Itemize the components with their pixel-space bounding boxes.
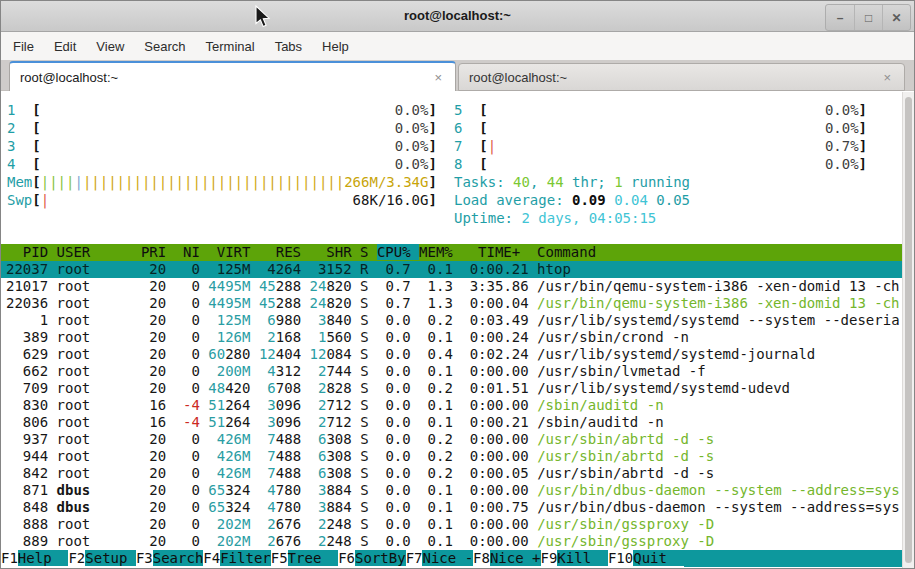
- fkey-f10[interactable]: F10Quit: [608, 550, 684, 567]
- column-header-res[interactable]: RES: [259, 244, 310, 260]
- tab-label: root@localhost:~: [20, 70, 118, 85]
- fkey-f5[interactable]: F5Tree: [271, 550, 338, 567]
- uptime: Uptime: 2 days, 04:05:15: [454, 209, 867, 227]
- fkey-number: F9: [541, 550, 558, 566]
- menu-item-terminal[interactable]: Terminal: [196, 35, 265, 58]
- cpu-meter-6: 6 [ 0.0%]: [454, 119, 867, 137]
- cpu-meter-4: 4 [ 0.0%]: [7, 155, 437, 173]
- column-header-pid[interactable]: PID: [6, 244, 57, 260]
- fkey-f6[interactable]: F6SortBy: [338, 550, 405, 567]
- fkey-number: F8: [473, 550, 490, 566]
- terminal-screen[interactable]: 1 [ 0.0%]2 [ 0.0%]3 [ 0.0%]4 [ 0: [1, 92, 914, 568]
- function-key-bar: F1Help F2Setup F3SearchF4FilterF5Tree F6…: [1, 550, 902, 567]
- process-row-21017[interactable]: 21017 root 20 0 4495M 45288 24820 S 0.7 …: [1, 278, 902, 295]
- fkey-number: F6: [338, 550, 355, 566]
- column-header-pri[interactable]: PRI: [141, 244, 175, 260]
- fkey-f8[interactable]: F8Nice +: [473, 550, 540, 567]
- window-title: root@localhost:~: [1, 8, 914, 23]
- process-row-830[interactable]: 830 root 16 -4 51264 3096 2712 S 0.0 0.1…: [1, 397, 902, 414]
- cpu-meter-1: 1 [ 0.0%]: [7, 101, 437, 119]
- terminal-tab-2[interactable]: root@localhost:~×: [458, 63, 905, 91]
- fkey-label: Nice -: [422, 550, 473, 566]
- menu-item-tabs[interactable]: Tabs: [265, 35, 312, 58]
- load-average: Load average: 0.09 0.04 0.05: [454, 191, 867, 209]
- column-header-virt[interactable]: VIRT: [208, 244, 259, 260]
- process-table-header[interactable]: PID USER PRI NI VIRT RES SHR S CPU% MEM%…: [1, 244, 902, 261]
- title-bar[interactable]: root@localhost:~ –□✕: [1, 1, 914, 32]
- htop-meters-right: 5 [ 0.0%]6 [ 0.0%]7 [| 0.7%]8 [ 0.0%]Tas…: [454, 101, 867, 227]
- fkey-f1[interactable]: F1Help: [1, 550, 68, 567]
- fkey-number: F1: [1, 550, 18, 566]
- fkey-number: F2: [68, 550, 85, 566]
- process-row-848[interactable]: 848 dbus 20 0 65324 4780 3884 S 0.0 0.1 …: [1, 499, 902, 516]
- process-row-944[interactable]: 944 root 20 0 426M 7488 6308 S 0.0 0.2 0…: [1, 448, 902, 465]
- column-header-s[interactable]: S: [360, 244, 377, 260]
- menu-item-file[interactable]: File: [3, 35, 44, 58]
- swp-meter: Swp[| 68K/16.0G]: [7, 191, 437, 209]
- htop-meters-left: 1 [ 0.0%]2 [ 0.0%]3 [ 0.0%]4 [ 0: [7, 101, 437, 209]
- process-row-22036[interactable]: 22036 root 20 0 4495M 45288 24820 S 0.7 …: [1, 295, 902, 312]
- process-rows: 22037 root 20 0 125M 4264 3152 R 0.7 0.1…: [1, 261, 902, 550]
- scrollbar[interactable]: [902, 92, 914, 568]
- cpu-meter-2: 2 [ 0.0%]: [7, 119, 437, 137]
- tasks-summary: Tasks: 40, 44 thr; 1 running: [454, 173, 867, 191]
- process-row-709[interactable]: 709 root 20 0 48420 6708 2828 S 0.0 0.2 …: [1, 380, 902, 397]
- fkey-f9[interactable]: F9Kill: [541, 550, 608, 567]
- fkey-label: Kill: [557, 550, 608, 566]
- column-header-time+[interactable]: TIME+: [461, 244, 537, 260]
- mem-meter: Mem[||||||||||||||||||||||||||||||||||||…: [7, 173, 437, 191]
- fkey-bar-fill: [684, 550, 902, 567]
- process-row-662[interactable]: 662 root 20 0 200M 4312 2744 S 0.0 0.1 0…: [1, 363, 902, 380]
- terminal-window: root@localhost:~ –□✕ FileEditViewSearchT…: [0, 0, 915, 569]
- tab-close-icon[interactable]: ×: [431, 70, 445, 85]
- process-row-389[interactable]: 389 root 20 0 126M 2168 1560 S 0.0 0.1 0…: [1, 329, 902, 346]
- process-row-871[interactable]: 871 dbus 20 0 65324 4780 3884 S 0.0 0.1 …: [1, 482, 902, 499]
- minimize-button[interactable]: –: [826, 5, 854, 30]
- cpu-meter-3: 3 [ 0.0%]: [7, 137, 437, 155]
- process-row-889[interactable]: 889 root 20 0 202M 2676 2248 S 0.0 0.1 0…: [1, 533, 902, 550]
- column-header-mem%[interactable]: MEM%: [419, 244, 461, 260]
- menu-item-search[interactable]: Search: [134, 35, 195, 58]
- tab-bar: root@localhost:~×root@localhost:~×: [1, 60, 914, 91]
- menu-item-help[interactable]: Help: [312, 35, 359, 58]
- cpu-meter-7: 7 [| 0.7%]: [454, 137, 867, 155]
- cpu-meter-8: 8 [ 0.0%]: [454, 155, 867, 173]
- process-row-842[interactable]: 842 root 20 0 426M 7488 6308 S 0.0 0.2 0…: [1, 465, 902, 482]
- process-row-806[interactable]: 806 root 16 -4 51264 3096 2712 S 0.0 0.1…: [1, 414, 902, 431]
- process-row-888[interactable]: 888 root 20 0 202M 2676 2248 S 0.0 0.1 0…: [1, 516, 902, 533]
- column-header-user[interactable]: USER: [57, 244, 141, 260]
- fkey-label: Help: [18, 550, 69, 566]
- column-header-command[interactable]: Command: [537, 244, 596, 260]
- process-row-629[interactable]: 629 root 20 0 60280 12404 12084 S 0.0 0.…: [1, 346, 902, 363]
- tab-label: root@localhost:~: [469, 70, 567, 85]
- process-row-1[interactable]: 1 root 20 0 125M 6980 3840 S 0.0 0.2 0:0…: [1, 312, 902, 329]
- menu-item-view[interactable]: View: [86, 35, 134, 58]
- menu-bar: FileEditViewSearchTerminalTabsHelp: [1, 32, 914, 60]
- fkey-number: F4: [203, 550, 220, 566]
- column-header-ni[interactable]: NI: [175, 244, 209, 260]
- fkey-label: Quit: [633, 550, 684, 566]
- fkey-number: F10: [608, 550, 633, 566]
- process-row-937[interactable]: 937 root 20 0 426M 7488 6308 S 0.0 0.2 0…: [1, 431, 902, 448]
- column-header-shr[interactable]: SHR: [309, 244, 360, 260]
- fkey-number: F5: [271, 550, 288, 566]
- column-header-cpu%[interactable]: CPU%: [377, 244, 419, 260]
- fkey-label: Filter: [220, 550, 271, 566]
- tab-close-icon[interactable]: ×: [880, 70, 894, 85]
- fkey-label: Setup: [85, 550, 136, 566]
- close-button[interactable]: ✕: [882, 5, 910, 30]
- cpu-meter-5: 5 [ 0.0%]: [454, 101, 867, 119]
- maximize-button[interactable]: □: [854, 5, 882, 30]
- fkey-f7[interactable]: F7Nice -: [406, 550, 473, 567]
- fkey-f4[interactable]: F4Filter: [203, 550, 270, 567]
- fkey-number: F7: [406, 550, 423, 566]
- terminal-tab-1[interactable]: root@localhost:~×: [9, 61, 456, 91]
- process-row-22037[interactable]: 22037 root 20 0 125M 4264 3152 R 0.7 0.1…: [1, 261, 902, 278]
- scrollbar-thumb[interactable]: [905, 97, 912, 563]
- fkey-label: Search: [153, 550, 204, 566]
- fkey-label: Nice +: [490, 550, 541, 566]
- menu-item-edit[interactable]: Edit: [44, 35, 86, 58]
- fkey-label: Tree: [288, 550, 339, 566]
- fkey-f3[interactable]: F3Search: [136, 550, 203, 567]
- fkey-f2[interactable]: F2Setup: [68, 550, 135, 567]
